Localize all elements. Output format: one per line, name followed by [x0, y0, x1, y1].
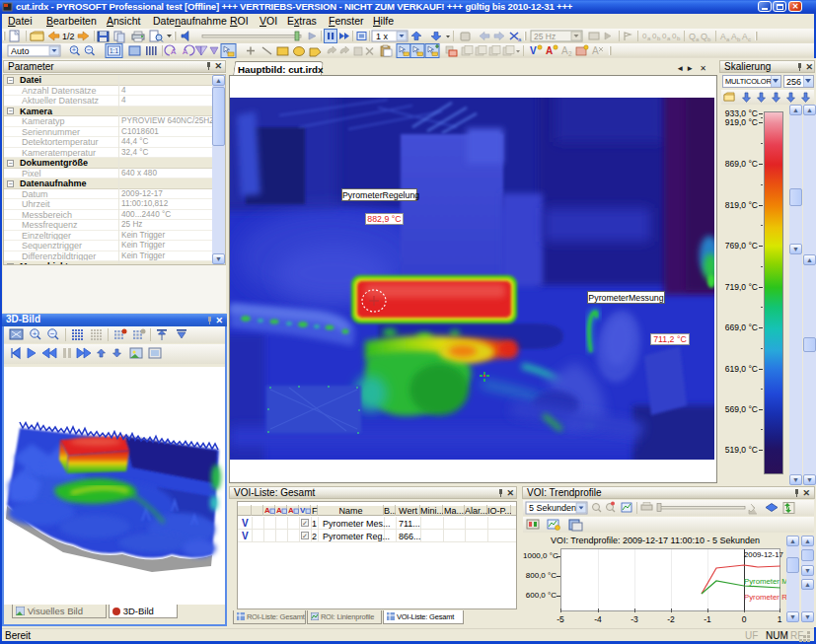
svg-text:+: + [72, 45, 77, 54]
svg-text:b: b [737, 36, 741, 42]
svg-text:a: a [647, 36, 651, 41]
svg-text:−: − [87, 45, 92, 54]
svg-text:2: 2 [568, 50, 572, 57]
svg-text:A: A [264, 506, 270, 515]
svg-text:a: a [726, 36, 730, 42]
svg-text:Auto: Auto [11, 46, 30, 56]
svg-text:c: c [748, 36, 751, 42]
svg-text:25 Hz: 25 Hz [534, 32, 556, 41]
svg-text:1/2: 1/2 [62, 32, 75, 41]
svg-text:a: a [667, 36, 671, 41]
svg-text:A: A [561, 45, 568, 56]
svg-text:a: a [696, 36, 700, 42]
svg-text:+: + [33, 329, 37, 338]
svg-text:A: A [592, 45, 599, 56]
svg-text:1:1: 1:1 [110, 47, 118, 54]
svg-text:A: A [288, 506, 294, 515]
svg-text:b: b [657, 36, 661, 41]
svg-text:−: − [50, 329, 55, 338]
svg-text:Q: Q [701, 32, 707, 41]
svg-text:b: b [707, 36, 711, 42]
svg-text:b: b [677, 36, 681, 41]
svg-text:A: A [276, 506, 282, 515]
svg-text:1 x: 1 x [376, 32, 389, 41]
svg-text:5 Sekunden: 5 Sekunden [529, 503, 576, 513]
svg-text:A: A [546, 45, 553, 56]
svg-text:a: a [518, 36, 522, 42]
svg-text:A: A [171, 47, 177, 56]
svg-text:A: A [183, 47, 188, 56]
svg-text:Q: Q [689, 32, 696, 41]
svg-text:V: V [530, 45, 537, 56]
svg-text:V: V [300, 506, 306, 515]
